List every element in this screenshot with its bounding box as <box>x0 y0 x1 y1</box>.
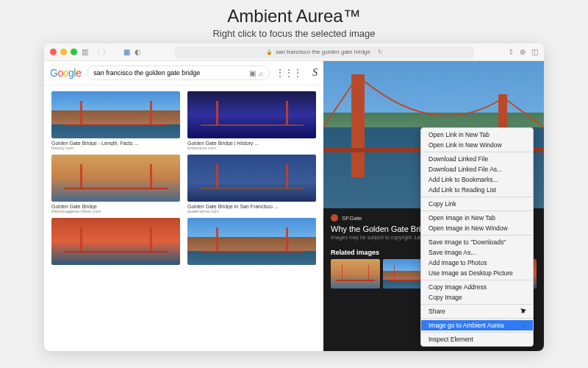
page-title: Ambient Aurea™ <box>0 6 588 26</box>
source-favicon <box>331 214 338 222</box>
menu-item[interactable]: Add Link to Bookmarks... <box>421 174 533 185</box>
thumb-caption: Golden Gate Bridge <box>51 204 180 209</box>
menu-item[interactable]: Open Image in New Tab <box>421 213 533 223</box>
thumb-image[interactable] <box>51 155 180 202</box>
thumb-source: queenanne.com <box>187 209 316 213</box>
menu-separator <box>421 210 533 211</box>
menu-item[interactable]: Save Image to "Downloads" <box>421 237 533 247</box>
menu-separator <box>421 332 533 333</box>
address-bar[interactable]: 🔒 san francisco the golden gate bridge ↻ <box>175 46 474 58</box>
thumb-image[interactable] <box>51 91 180 138</box>
menu-item[interactable]: Open Image in New Window <box>421 223 533 233</box>
thumb-image[interactable] <box>51 218 180 265</box>
context-menu[interactable]: Open Link in New TabOpen Link in New Win… <box>420 127 534 347</box>
zoom-window-button[interactable] <box>71 49 77 55</box>
sidebar-toggle-icon[interactable]: ▥ <box>82 48 88 56</box>
menu-item[interactable]: Copy Image <box>421 292 533 302</box>
image-grid: Golden Gate Bridge - Length, Facts ...hi… <box>44 85 323 271</box>
menu-item[interactable]: Add Image to Photos <box>421 258 533 268</box>
menu-separator <box>421 152 533 152</box>
thumb-caption: Golden Gate Bridge | History ... <box>187 141 316 146</box>
google-logo[interactable]: Google <box>50 67 81 79</box>
menu-separator <box>421 197 533 197</box>
thumb-source: hiltonsuggests.hilton.com <box>51 209 180 213</box>
menu-item[interactable]: Add Link to Reading List <box>421 185 533 195</box>
menu-item[interactable]: Share▸ <box>421 306 533 316</box>
titlebar: ▥ 〈 〉 ▦ ◐ 🔒 san francisco the golden gat… <box>44 43 544 61</box>
menu-separator <box>421 280 533 280</box>
thumb-caption: Golden Gate Bridge in San Francisco ... <box>187 204 316 209</box>
menu-item[interactable]: Download Linked File As... <box>421 164 533 174</box>
reader-icon[interactable]: ◐ <box>135 48 141 56</box>
thumb-source: history.com <box>51 146 180 150</box>
address-text: san francisco the golden gate bridge <box>276 49 370 55</box>
search-box[interactable]: ▣ ⌕ <box>87 66 270 80</box>
image-result[interactable]: Golden Gate Bridgehiltonsuggests.hilton.… <box>51 155 180 213</box>
share-icon[interactable]: ⇪ <box>508 48 514 56</box>
menu-separator <box>421 318 533 319</box>
thumb-image[interactable] <box>187 218 316 265</box>
search-icon[interactable]: ⌕ <box>259 69 263 77</box>
image-result[interactable]: Golden Gate Bridge - Length, Facts ...hi… <box>51 91 180 150</box>
menu-separator <box>421 235 533 236</box>
menu-item[interactable]: Copy Link <box>421 199 533 209</box>
menu-item[interactable]: Use Image as Desktop Picture <box>421 268 533 278</box>
submenu-arrow-icon: ▸ <box>523 322 526 329</box>
menu-item[interactable]: Open Link in New Window <box>421 140 533 150</box>
tabs-icon[interactable]: ◫ <box>531 48 538 56</box>
thumb-image[interactable] <box>187 155 316 202</box>
menu-item[interactable]: Open Link in New Tab <box>421 130 533 140</box>
menu-item[interactable]: Copy Image Address <box>421 282 533 292</box>
image-result[interactable]: Golden Gate Bridge in San Francisco ...q… <box>187 155 316 213</box>
search-input[interactable] <box>93 69 249 77</box>
privacy-icon[interactable]: ▦ <box>123 48 130 56</box>
traffic-lights <box>50 49 77 55</box>
close-window-button[interactable] <box>50 49 57 55</box>
apps-icon[interactable]: ⋮⋮⋮ <box>276 68 302 78</box>
browser-window: ▥ 〈 〉 ▦ ◐ 🔒 san francisco the golden gat… <box>44 43 544 351</box>
image-result[interactable] <box>51 218 180 265</box>
thumb-image[interactable] <box>187 91 316 138</box>
reload-icon[interactable]: ↻ <box>378 49 383 55</box>
new-tab-icon[interactable]: ⊕ <box>520 48 526 56</box>
menu-item[interactable]: Download Linked File <box>421 154 533 164</box>
image-result[interactable] <box>187 218 316 265</box>
thumb-caption: Golden Gate Bridge - Length, Facts ... <box>51 141 180 146</box>
menu-separator <box>421 304 533 305</box>
image-result[interactable]: Golden Gate Bridge | History ...britanni… <box>187 91 316 150</box>
related-thumb[interactable] <box>331 259 380 289</box>
source-name: SFGate <box>342 215 362 222</box>
minimize-window-button[interactable] <box>60 49 67 55</box>
camera-icon[interactable]: ▣ <box>249 69 256 77</box>
menu-item[interactable]: Inspect Element <box>421 334 533 344</box>
profile-avatar[interactable]: S <box>312 67 318 79</box>
back-button[interactable]: 〈 <box>93 46 101 57</box>
thumb-source: britannica.com <box>187 146 316 150</box>
forward-button[interactable]: 〉 <box>102 46 110 57</box>
menu-item[interactable]: Save Image As... <box>421 247 533 258</box>
menu-item[interactable]: Image go to Ambient Aurea▸ <box>421 320 533 330</box>
lock-icon: 🔒 <box>266 49 273 55</box>
results-pane: Google ▣ ⌕ ⋮⋮⋮ S Golden Gate Bridge - Le… <box>44 61 323 351</box>
google-header: Google ▣ ⌕ ⋮⋮⋮ S <box>44 61 323 85</box>
page-subtitle: Right click to focus the selected image <box>0 28 588 39</box>
